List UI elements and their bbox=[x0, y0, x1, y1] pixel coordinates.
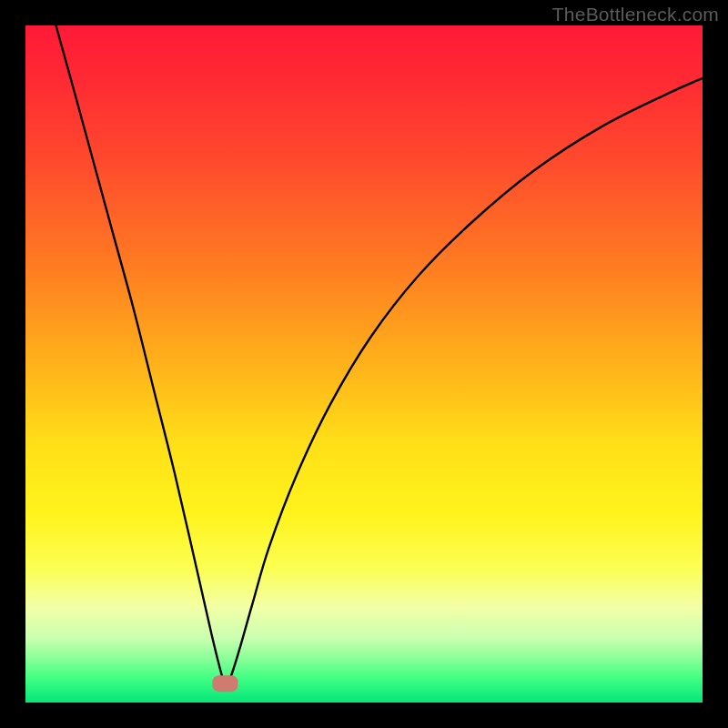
chart-plot-area bbox=[25, 25, 703, 703]
optimal-point-marker bbox=[212, 675, 238, 692]
watermark-text: TheBottleneck.com bbox=[552, 4, 719, 25]
chart-svg bbox=[25, 25, 703, 703]
